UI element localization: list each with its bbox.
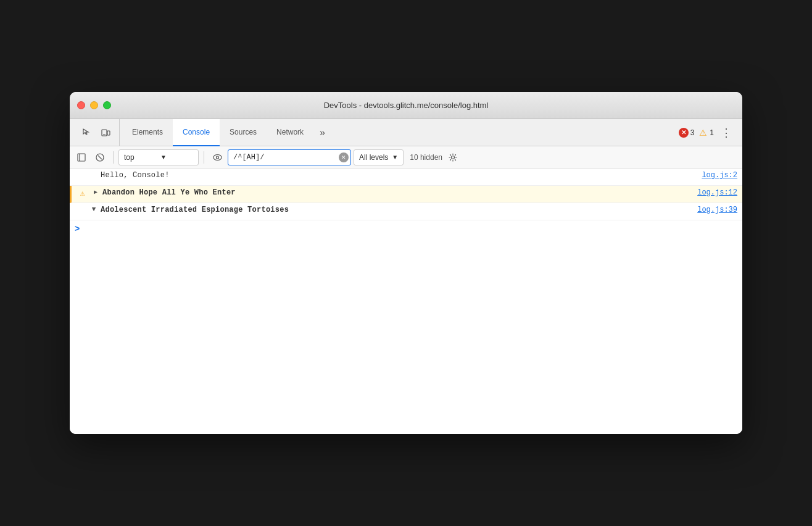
traffic-lights [77, 101, 111, 109]
console-output: Hello, Console! log.js:2 ⚠ ▶ Abandon Hop… [70, 169, 742, 434]
close-button[interactable] [77, 101, 85, 109]
console-row[interactable]: ▼ Adolescent Irradiated Espionage Tortoi… [70, 203, 742, 220]
error-icon: ✕ [679, 128, 689, 138]
more-menu-button[interactable]: ⋮ [718, 124, 735, 141]
error-count-badge[interactable]: ✕ 3 [679, 128, 695, 138]
console-row[interactable]: Hello, Console! log.js:2 [70, 169, 742, 186]
devtools-body: Elements Console Sources Network » ✕ 3 ⚠ [70, 119, 742, 434]
row-message: Abandon Hope All Ye Who Enter [102, 188, 687, 197]
tabs-right-area: ✕ 3 ⚠ 1 ⋮ [674, 119, 740, 146]
device-icon[interactable] [97, 124, 114, 141]
tab-sources[interactable]: Sources [220, 119, 267, 146]
tab-console[interactable]: Console [173, 119, 220, 146]
devtools-window: DevTools - devtools.glitch.me/console/lo… [70, 92, 742, 434]
minimize-button[interactable] [90, 101, 98, 109]
tab-elements[interactable]: Elements [122, 119, 173, 146]
warning-triangle-icon: ⚠ [698, 128, 708, 138]
row-message: Adolescent Irradiated Espionage Tortoise… [101, 206, 687, 214]
context-selector[interactable]: top ▼ [118, 149, 199, 165]
filter-input-wrap: ✕ [228, 149, 351, 165]
clear-console-button[interactable] [92, 149, 108, 165]
titlebar: DevTools - devtools.glitch.me/console/lo… [70, 92, 742, 119]
row-source-link[interactable]: log.js:12 [687, 188, 737, 197]
console-settings-button[interactable] [445, 149, 461, 165]
row-expand-icon[interactable]: ▼ [89, 206, 98, 213]
tab-icons-group [72, 119, 120, 146]
tabs-bar: Elements Console Sources Network » ✕ 3 ⚠ [70, 119, 742, 146]
svg-point-8 [216, 156, 218, 159]
svg-point-7 [213, 154, 222, 160]
filter-input[interactable] [228, 149, 351, 165]
svg-line-6 [98, 156, 102, 159]
eye-filter-button[interactable] [209, 149, 225, 165]
svg-rect-1 [107, 131, 110, 135]
maximize-button[interactable] [103, 101, 111, 109]
row-message: Hello, Console! [101, 171, 692, 180]
svg-rect-3 [78, 154, 85, 161]
window-title: DevTools - devtools.glitch.me/console/lo… [324, 101, 489, 110]
more-tabs-button[interactable]: » [313, 119, 331, 146]
console-toolbar: top ▼ ✕ All levels ▼ 10 hidden [70, 146, 742, 169]
warning-count-badge[interactable]: ⚠ 1 [698, 128, 714, 138]
row-source-link[interactable]: log.js:2 [692, 171, 737, 180]
inspect-icon[interactable] [77, 124, 94, 141]
hidden-count-label: 10 hidden [410, 153, 442, 162]
console-prompt[interactable]: > [70, 220, 742, 238]
warning-icon: ⚠ [77, 188, 89, 198]
filter-clear-button[interactable]: ✕ [339, 152, 349, 162]
row-expand-icon[interactable]: ▶ [91, 188, 100, 196]
console-row-warning[interactable]: ⚠ ▶ Abandon Hope All Ye Who Enter log.js… [70, 186, 742, 203]
log-levels-selector[interactable]: All levels ▼ [354, 149, 404, 165]
svg-point-9 [451, 156, 454, 159]
toolbar-divider-2 [204, 151, 204, 164]
tab-network[interactable]: Network [267, 119, 313, 146]
row-source-link[interactable]: log.js:39 [687, 206, 737, 214]
sidebar-toggle-button[interactable] [73, 149, 89, 165]
toolbar-divider [113, 151, 114, 164]
